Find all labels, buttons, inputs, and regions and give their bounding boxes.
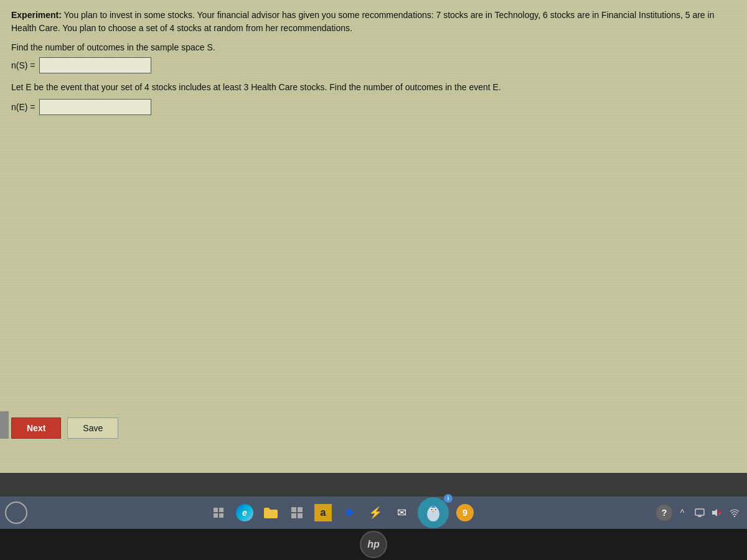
let-e-text: Let E be the event that your set of 4 st…: [11, 81, 736, 94]
taskbar-dropbox-icon[interactable]: ❖: [338, 502, 360, 524]
svg-rect-6: [291, 513, 296, 518]
buttons-area: Next Save: [0, 418, 747, 439]
mascot-svg: [422, 502, 444, 524]
next-button[interactable]: Next: [11, 418, 61, 439]
content-area: Experiment: You plan to invest in some s…: [0, 0, 747, 473]
taskbar-mascot-container[interactable]: i: [416, 497, 450, 529]
start-button[interactable]: [5, 502, 27, 524]
help-icon[interactable]: ?: [656, 505, 672, 521]
ne-row: n(E) =: [11, 99, 736, 115]
dropbox-logo: ❖: [344, 506, 354, 520]
svg-rect-0: [214, 508, 218, 512]
edge-logo: e: [236, 504, 253, 521]
experiment-description: Experiment: You plan to invest in some s…: [11, 9, 736, 35]
ne-input[interactable]: [39, 99, 151, 115]
svg-rect-7: [298, 513, 303, 518]
svg-point-24: [734, 516, 735, 517]
volume-icon[interactable]: [710, 505, 725, 520]
taskbar-mail-icon[interactable]: ✉: [390, 502, 413, 524]
caret-icon[interactable]: ^: [675, 505, 690, 520]
hp-bar: hp: [0, 529, 747, 560]
svg-rect-4: [291, 507, 296, 512]
taskbar-center: e a ❖ ⚡ ✉: [30, 497, 654, 529]
taskbar: e a ❖ ⚡ ✉: [0, 497, 747, 529]
svg-rect-5: [298, 507, 303, 512]
taskbar-a-icon[interactable]: a: [312, 502, 334, 524]
mascot-info-dot: i: [444, 494, 453, 503]
svg-rect-2: [214, 513, 218, 518]
lightning-logo: ⚡: [369, 506, 382, 520]
svg-point-14: [435, 509, 436, 510]
save-button[interactable]: Save: [67, 418, 118, 439]
taskbar-right: ? ^: [656, 505, 742, 521]
taskbar-grid-icon[interactable]: [286, 502, 308, 524]
svg-marker-19: [712, 509, 717, 516]
wifi-icon[interactable]: [727, 505, 742, 520]
taskbar-edge-icon[interactable]: e: [233, 502, 256, 524]
taskbar-folder-icon[interactable]: [260, 502, 282, 524]
svg-rect-3: [219, 513, 223, 518]
grid-svg: [291, 506, 303, 519]
svg-rect-16: [695, 509, 704, 515]
display-icon[interactable]: [692, 505, 707, 520]
ns-row: n(S) =: [11, 57, 736, 73]
find-sample-space-text: Find the number of outcomes in the sampl…: [11, 42, 736, 52]
nine-logo: 9: [456, 504, 474, 521]
taskbar-lightning-icon[interactable]: ⚡: [364, 502, 387, 524]
hp-logo: hp: [360, 531, 387, 558]
folder-svg: [263, 506, 278, 519]
svg-rect-1: [219, 508, 223, 512]
a-logo: a: [314, 504, 332, 521]
ns-label: n(S) =: [11, 60, 35, 70]
experiment-text: You plan to invest in some stocks. Your …: [11, 10, 714, 33]
mascot-icon: [418, 497, 449, 528]
taskbar-settings-icon[interactable]: [207, 502, 230, 524]
experiment-label: Experiment:: [11, 10, 62, 20]
ns-input[interactable]: [39, 57, 151, 73]
mail-logo: ✉: [397, 506, 406, 520]
start-circle: [5, 502, 27, 524]
volume-svg: [712, 508, 723, 517]
settings-svg: [212, 506, 225, 519]
wifi-svg: [730, 508, 740, 517]
taskbar-nine-icon[interactable]: 9: [454, 502, 476, 524]
ne-label: n(E) =: [11, 102, 35, 112]
display-svg: [695, 508, 705, 517]
svg-point-13: [431, 509, 433, 510]
